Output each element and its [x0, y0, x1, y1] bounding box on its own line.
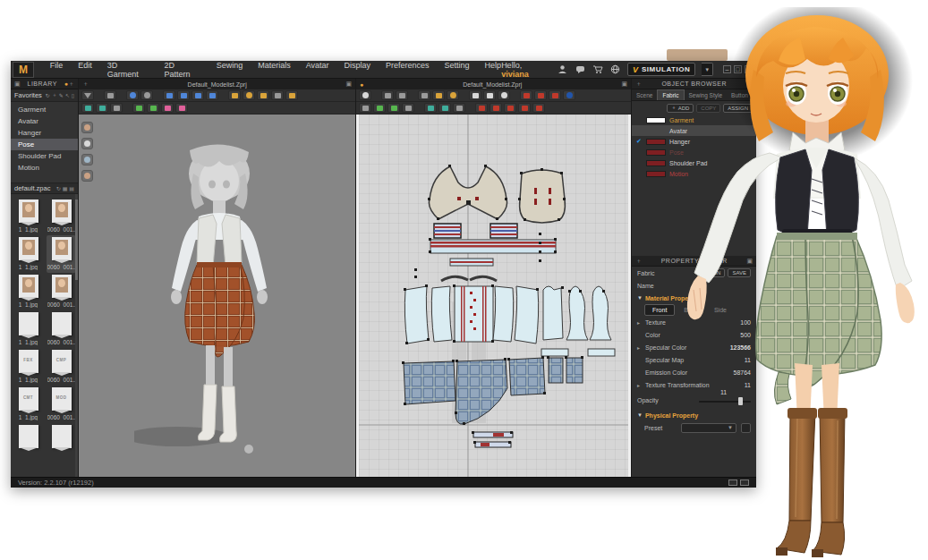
cart-icon[interactable]: [592, 64, 604, 74]
app-logo[interactable]: M: [13, 62, 34, 78]
file-grid-scrollbar[interactable]: [75, 194, 78, 477]
mn-sewing-icon[interactable]: [504, 103, 516, 113]
menu-materials[interactable]: Materials: [258, 61, 291, 79]
pack-refresh-icon[interactable]: ↻: [56, 185, 61, 191]
library-add-icon[interactable]: ＋: [68, 80, 74, 89]
transform-pattern-icon[interactable]: [381, 90, 394, 100]
unfold-curve-icon[interactable]: [387, 103, 400, 113]
pin-tool-icon[interactable]: [110, 103, 123, 113]
library-item-motion[interactable]: Motion: [11, 162, 78, 174]
chat-icon[interactable]: [575, 64, 586, 74]
add-favorite-icon[interactable]: ＋: [52, 91, 57, 99]
menu-display[interactable]: Display: [345, 61, 371, 79]
tab-2d[interactable]: Default_Modelist.Zprj: [363, 81, 621, 88]
ob-add-icon[interactable]: ＋: [635, 80, 642, 89]
library-item-shoulder-pad[interactable]: Shoulder Pad: [11, 150, 78, 162]
tab-3d[interactable]: Default_Modelist.Zprj: [89, 81, 345, 88]
simulate-gear-icon[interactable]: [126, 90, 139, 100]
hanger-preset-icon[interactable]: [81, 154, 93, 165]
file-thumb[interactable]: 0060_001...: [47, 310, 76, 348]
add-point-icon[interactable]: [447, 90, 459, 100]
select-pattern-icon[interactable]: [359, 103, 371, 113]
free-sewing-icon[interactable]: [490, 103, 502, 113]
tab-pin-icon[interactable]: ▣: [345, 81, 352, 88]
grid-tool-icon[interactable]: [534, 90, 547, 100]
avatar-run-icon[interactable]: [228, 90, 241, 100]
segment-sewing-icon[interactable]: [475, 103, 488, 113]
file-thumb[interactable]: 1_1.jpg: [13, 273, 43, 310]
unfold-icon[interactable]: [373, 103, 386, 113]
pe-add-icon[interactable]: ＋: [635, 257, 642, 266]
pattern-canvas[interactable]: [356, 115, 631, 477]
sync-2d3d-icon[interactable]: [359, 90, 371, 100]
file-thumb[interactable]: CMP0060_001...: [47, 348, 76, 386]
file-thumb[interactable]: 1_1.jpg: [13, 310, 43, 348]
edit-point-icon[interactable]: [432, 90, 445, 100]
sphere-preset-icon[interactable]: [81, 170, 93, 182]
avatar-head-icon[interactable]: [81, 122, 93, 133]
detach-sewing-icon[interactable]: [532, 103, 545, 113]
simulate-alt-gear-icon[interactable]: [140, 90, 153, 100]
tab-scene[interactable]: Scene: [632, 89, 657, 100]
refresh-icon[interactable]: ↻: [46, 92, 50, 98]
garment-shirt-icon[interactable]: [206, 90, 218, 100]
select-move-tool-icon[interactable]: [104, 90, 116, 100]
avatar-sphere-icon[interactable]: [243, 90, 255, 100]
select-box-tool-icon[interactable]: [81, 103, 94, 113]
library-item-pose[interactable]: Pose: [11, 139, 78, 150]
avatar-walk-icon[interactable]: [271, 90, 284, 100]
account-icon[interactable]: [557, 64, 568, 74]
avatar-pose-icon[interactable]: [285, 90, 298, 100]
library-item-hanger[interactable]: Hanger: [11, 127, 78, 139]
garment-preset-icon[interactable]: [81, 138, 93, 149]
menu-setting[interactable]: Setting: [445, 61, 470, 79]
library-item-garment[interactable]: Garment: [11, 104, 78, 115]
menu-2d-pattern[interactable]: 2D Pattern: [165, 61, 201, 79]
menu-avatar[interactable]: Avatar: [306, 61, 329, 79]
back-icon[interactable]: ↖: [65, 92, 70, 98]
menu-help[interactable]: Help: [485, 61, 502, 79]
texture-small-icon[interactable]: [453, 103, 465, 113]
file-thumb-selected[interactable]: 0060_001...: [47, 235, 76, 273]
save-tool-icon[interactable]: [81, 90, 94, 100]
track-tool-icon[interactable]: [563, 90, 575, 100]
avatar-mannequin-icon[interactable]: [257, 90, 269, 100]
view-grid-icon[interactable]: ▦: [63, 185, 68, 191]
file-thumb[interactable]: 0060_001...: [47, 198, 76, 235]
edit-sewing-icon[interactable]: [518, 103, 531, 113]
circle-pattern-icon[interactable]: [498, 90, 510, 100]
file-thumb[interactable]: 0060_001...: [47, 273, 76, 310]
garment-fit2-icon[interactable]: [177, 90, 190, 100]
select-texture-icon[interactable]: [424, 103, 437, 113]
transform-alt-icon[interactable]: [396, 90, 408, 100]
file-thumb[interactable]: 1_1.jpg: [13, 235, 43, 273]
polygon-pattern-icon[interactable]: [469, 90, 481, 100]
view-list-icon[interactable]: ▤: [69, 185, 74, 191]
menu-edit[interactable]: Edit: [78, 61, 92, 79]
scene-3d[interactable]: [79, 115, 355, 477]
garment-fit-icon[interactable]: [163, 90, 175, 100]
file-thumb[interactable]: 1_1.jpg: [13, 198, 43, 235]
edit-curve-icon[interactable]: [418, 90, 430, 100]
file-thumb[interactable]: CMT1_1.jpg: [13, 386, 43, 423]
dock-icon[interactable]: ▣: [14, 81, 21, 88]
show-garment-icon[interactable]: [132, 103, 145, 113]
rect-pattern-icon[interactable]: [483, 90, 496, 100]
fold-icon[interactable]: [402, 103, 414, 113]
seam-tool-icon[interactable]: [549, 90, 561, 100]
library-item-avatar[interactable]: Avatar: [11, 115, 78, 127]
show-seams-icon[interactable]: [161, 103, 174, 113]
menu-sewing[interactable]: Sewing: [217, 61, 243, 79]
tab2-pin-icon[interactable]: ▣: [621, 81, 627, 88]
file-thumb[interactable]: [13, 423, 43, 461]
edit-texture-icon[interactable]: [438, 103, 451, 113]
file-thumb[interactable]: MOD0060_001...: [47, 386, 76, 423]
edit-icon[interactable]: ✎: [59, 92, 64, 98]
menu-file[interactable]: File: [50, 61, 64, 79]
garment-pants-icon[interactable]: [192, 90, 204, 100]
file-thumb[interactable]: [47, 423, 76, 461]
mesh-box-tool-icon[interactable]: [96, 103, 108, 113]
show-garment-fit-icon[interactable]: [147, 103, 159, 113]
show-stress-icon[interactable]: [175, 103, 188, 113]
menu-3d-garment[interactable]: 3D Garment: [107, 61, 149, 79]
